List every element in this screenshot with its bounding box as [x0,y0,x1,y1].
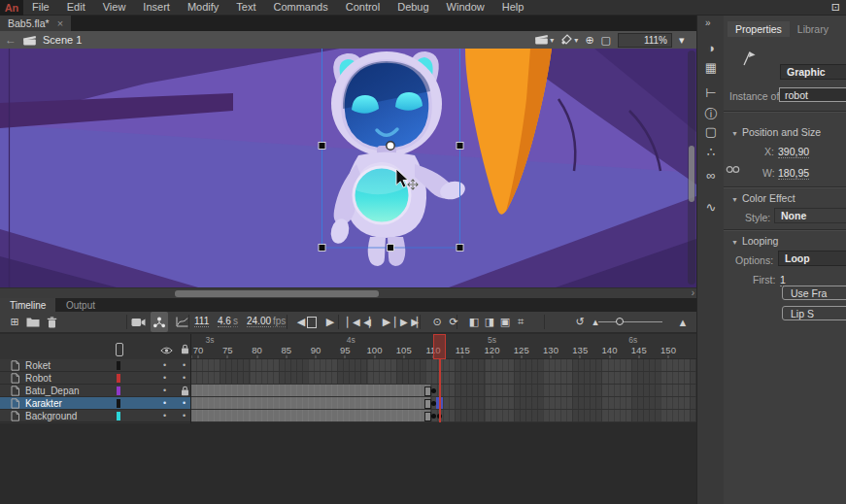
stage-canvas[interactable] [0,49,696,287]
back-arrow-icon[interactable]: ← [0,33,22,47]
zoom-in-frames-button[interactable]: ▲ [674,312,692,332]
layer-lock-dot[interactable]: • [183,411,186,420]
menu-edit[interactable]: Edit [58,1,94,13]
layer-row-robot[interactable]: Robot•• [0,372,190,385]
parenting-view-button[interactable] [151,312,168,332]
w-value[interactable]: 180,95 [778,167,809,180]
clip-content-icon[interactable]: ▢ [601,34,611,47]
layer-row-roket[interactable]: Roket•• [0,359,190,372]
span-end-frame[interactable] [424,386,431,396]
layer-row-background[interactable]: Background•• [0,410,190,422]
stage-viewport[interactable] [0,49,696,287]
frame-row-background[interactable] [190,410,696,422]
layer-visibility-dot[interactable]: • [163,360,166,370]
elapsed-time-readout[interactable]: 4.6s [218,316,238,326]
zoom-out-frames-button[interactable]: ▴ [587,312,604,332]
frame-row-roket[interactable] [190,359,696,372]
edit-scene-icon[interactable]: ▾ [534,33,554,47]
lock-column-icon[interactable] [181,344,189,356]
lip-syncing-button[interactable]: Lip S [782,306,846,320]
span-end-frame[interactable] [424,412,431,421]
collapse-panels-icon[interactable]: » [705,17,710,28]
menu-view[interactable]: View [94,1,135,13]
layer-row-karakter[interactable]: Karakter•• [0,397,190,410]
menu-insert[interactable]: Insert [134,1,179,13]
frame-span[interactable] [190,410,430,421]
instance-name-field[interactable]: robot [779,87,846,102]
frame-row-robot[interactable] [190,372,696,385]
tab-timeline[interactable]: Timeline [0,298,55,312]
loop-frames-button[interactable]: ⟳ [445,312,462,332]
keyframe-dot[interactable] [431,414,436,419]
previous-frame-button[interactable]: ◀▏ [360,312,378,332]
edit-symbols-icon[interactable]: ▾ [560,33,578,47]
onion-skin-button[interactable]: ⊙ [428,312,446,332]
center-stage-icon[interactable]: ⊕ [585,34,593,47]
menu-control[interactable]: Control [337,1,389,13]
delete-layer-button[interactable] [43,312,60,332]
motion-editor-panel-icon[interactable]: ∿ [697,201,725,215]
loop-options-dropdown[interactable]: Loop [778,251,846,266]
menu-text[interactable]: Text [227,1,264,13]
step-back-button[interactable]: ◀ [292,312,310,332]
symbol-type-dropdown[interactable]: Graphic [780,64,846,80]
layer-outline-color-swatch[interactable] [117,374,120,383]
stage-horizontal-scrollbar[interactable]: › [0,287,696,298]
layer-visibility-dot[interactable]: • [163,373,166,383]
layer-lock-dot[interactable]: • [183,373,186,383]
new-folder-button[interactable] [24,312,42,332]
hscroll-right-arrow-icon[interactable]: › [692,287,694,298]
x-value[interactable]: 390,90 [778,146,809,158]
app-grid-icon[interactable]: ⊡ [831,1,846,14]
current-frame-readout[interactable]: 111 [194,316,209,326]
link-width-height-icon[interactable] [726,164,740,176]
frame-row-batu_depan[interactable] [190,385,696,397]
frame-span[interactable] [190,385,430,396]
section-looping[interactable]: ▼Looping [731,235,778,247]
outline-color-column-icon[interactable] [116,343,123,356]
transform-point[interactable] [387,142,394,150]
tab-output[interactable]: Output [56,298,105,312]
zoom-level-input[interactable]: 111% [618,33,672,48]
timeline-zoom-slider[interactable] [598,321,662,322]
brush-library-panel-icon[interactable]: ∴ [697,146,725,159]
menu-window[interactable]: Window [438,1,493,13]
use-frame-picker-button[interactable]: Use Fra [782,286,846,300]
layer-outline-color-swatch[interactable] [117,386,120,395]
eye-column-icon[interactable] [160,345,173,356]
swatches-panel-icon[interactable]: ▦ [697,61,725,75]
section-color-effect[interactable]: ▼Color Effect [731,192,795,204]
align-panel-icon[interactable]: ⊢ [697,86,725,100]
layer-visibility-dot[interactable]: • [163,398,166,408]
layer-lock-dot[interactable]: • [183,360,186,370]
camera-button[interactable] [129,312,147,332]
layer-lock-dot[interactable]: • [183,398,186,408]
stage-vertical-scrollbar[interactable] [688,50,695,285]
menu-commands[interactable]: Commands [264,1,336,13]
zoom-dropdown-caret[interactable]: ▾ [679,34,693,47]
menu-file[interactable]: File [23,1,58,13]
playhead-marker[interactable] [433,334,446,359]
breadcrumb-scene[interactable]: Scene 1 [43,34,82,46]
vscroll-thumb[interactable] [689,146,694,202]
frame-row-karakter[interactable] [190,397,696,410]
menu-modify[interactable]: Modify [179,1,227,13]
zoom-slider-knob[interactable] [616,318,624,325]
modify-markers-button[interactable]: ⌗ [512,312,529,332]
layer-outline-color-swatch[interactable] [117,361,120,370]
menu-help[interactable]: Help [493,1,533,13]
step-forward-button[interactable]: ▶ [321,312,339,332]
transform-panel-icon[interactable]: ▢ [697,125,725,139]
frame-span[interactable] [190,397,430,409]
go-last-frame-button[interactable]: ▶▏ [408,312,425,332]
span-end-frame[interactable] [424,399,431,409]
frame-rate-readout[interactable]: 24.00fps [247,316,286,326]
hscroll-thumb[interactable] [175,290,379,297]
layer-row-batu_depan[interactable]: Batu_Depan• [0,385,190,397]
tab-library[interactable]: Library [790,21,836,37]
next-frame-button[interactable]: ▏▶ [391,312,409,332]
style-dropdown[interactable]: None [774,208,846,223]
cc-libraries-panel-icon[interactable]: ∞ [697,169,725,183]
keyframe-dot[interactable] [431,388,436,393]
layer-visibility-dot[interactable]: • [163,386,166,395]
